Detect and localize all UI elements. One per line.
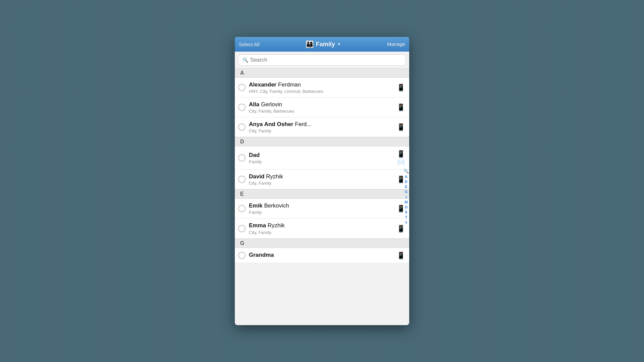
section-header-d: D	[235, 137, 409, 146]
contact-name: Alla Gerlovin	[249, 101, 393, 108]
alpha-index-y[interactable]: Y	[405, 221, 407, 225]
alpha-index-s[interactable]: S	[405, 210, 407, 215]
contact-item-alla[interactable]: Alla Gerlovin City, Family, Barbecues 📱	[235, 98, 409, 117]
header-right: Manage	[387, 41, 405, 47]
search-input[interactable]	[250, 57, 401, 63]
search-bar: 🔍	[238, 54, 406, 66]
group-title: Family	[316, 41, 335, 48]
contact-groups: City, Family, Barbecues	[249, 109, 393, 114]
alpha-index-m[interactable]: M	[405, 200, 408, 204]
radio-button[interactable]	[238, 104, 246, 111]
contact-name: Anya And Osher Ferd...	[249, 121, 393, 128]
contact-list: A Alexander Ferdman HNY, City, Family, L…	[235, 68, 409, 325]
search-container: 🔍	[235, 52, 409, 68]
contact-item-emma[interactable]: Emma Ryzhik City, Family 📱	[235, 219, 409, 238]
alpha-index-g[interactable]: G	[405, 190, 408, 194]
contact-name: Alexander Ferdman	[249, 81, 393, 88]
alpha-index-a[interactable]: A	[405, 175, 408, 179]
contact-groups: Family	[249, 159, 393, 164]
alpha-index-t[interactable]: T	[405, 215, 408, 220]
radio-button[interactable]	[238, 154, 246, 162]
contact-item-david[interactable]: David Ryzhik City, Family 📱	[235, 170, 409, 189]
contact-groups: City, Family	[249, 128, 393, 133]
contact-name: Emma Ryzhik	[249, 222, 393, 229]
radio-button[interactable]	[238, 176, 246, 183]
contact-name: Grandma	[249, 251, 393, 259]
alpha-index-i[interactable]: I	[406, 195, 407, 199]
contact-name: David Ryzhik	[249, 173, 393, 180]
radio-button[interactable]	[238, 205, 246, 212]
contact-info: Alla Gerlovin City, Family, Barbecues	[249, 101, 393, 114]
contact-info: Emik Berkovich Family	[249, 202, 393, 215]
chevron-down-icon: ▼	[337, 42, 341, 47]
contact-item-anya[interactable]: Anya And Osher Ferd... City, Family 📱	[235, 117, 409, 137]
select-all-button[interactable]: Select All	[239, 42, 260, 47]
radio-button[interactable]	[238, 84, 246, 91]
contact-item-grandma[interactable]: Grandma 📱	[235, 248, 409, 263]
contact-info: Emma Ryzhik City, Family	[249, 222, 393, 235]
contact-name: Emik Berkovich	[249, 202, 393, 209]
alpha-index-search[interactable]: 🔍	[404, 169, 409, 174]
radio-button[interactable]	[238, 252, 246, 259]
radio-button[interactable]	[238, 225, 246, 232]
contact-info: Alexander Ferdman HNY, City, Family, Lim…	[249, 81, 393, 94]
alpha-index: 🔍 A D E G I M O S T Y	[403, 68, 409, 325]
contact-item-emik[interactable]: Emik Berkovich Family 📱	[235, 199, 409, 219]
header-center: 👨‍👩‍👦 Family ▼	[306, 40, 341, 48]
contact-groups: Family	[249, 210, 393, 215]
contact-info: David Ryzhik City, Family	[249, 173, 393, 186]
header: Select All 👨‍👩‍👦 Family ▼ Manage	[235, 37, 409, 52]
contact-groups: City, Family	[249, 181, 393, 186]
section-header-e: E	[235, 189, 409, 199]
alpha-index-e[interactable]: E	[405, 185, 407, 189]
section-header-g: G	[235, 239, 409, 248]
contact-name: Dad	[249, 152, 393, 159]
contact-groups: City, Family	[249, 230, 393, 235]
contact-info: Dad Family	[249, 152, 393, 164]
contact-info: Anya And Osher Ferd... City, Family	[249, 121, 393, 133]
search-icon: 🔍	[243, 57, 248, 63]
contact-info: Grandma	[249, 251, 393, 259]
contact-item-dad[interactable]: Dad Family 📱 ✉️	[235, 146, 409, 170]
section-header-a: A	[235, 68, 409, 78]
manage-button[interactable]: Manage	[387, 41, 405, 47]
radio-button[interactable]	[238, 123, 246, 131]
contact-groups: HNY, City, Family, Limmud, Barbecues	[249, 89, 393, 94]
alpha-index-o[interactable]: O	[405, 205, 408, 209]
alpha-index-d[interactable]: D	[405, 180, 408, 184]
header-left: Select All	[239, 42, 260, 47]
group-emoji-icon: 👨‍👩‍👦	[306, 40, 314, 48]
contact-item-alexander[interactable]: Alexander Ferdman HNY, City, Family, Lim…	[235, 78, 409, 98]
app-container: Select All 👨‍👩‍👦 Family ▼ Manage 🔍 A Ale…	[235, 37, 409, 325]
